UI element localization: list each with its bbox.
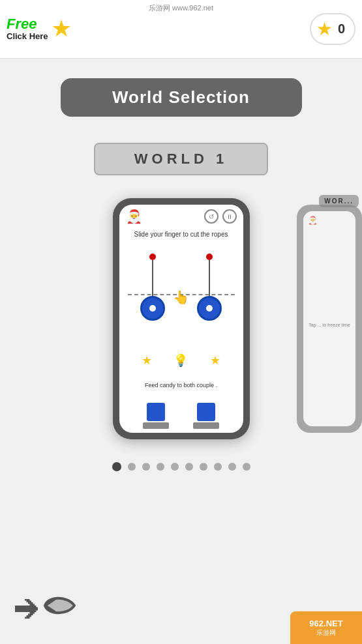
pagination-dot-4[interactable] (171, 463, 179, 471)
left-candy-block (147, 403, 165, 421)
world-label-text: WORLD 1 (134, 151, 228, 167)
right-platform (193, 403, 219, 429)
game-instruction-text: Slide your finger to cut the ropes (134, 231, 228, 238)
left-platform (143, 403, 169, 429)
phone-pause-btn[interactable]: ⏸ (222, 209, 237, 224)
world-label-box: WORLD 1 (94, 143, 268, 175)
phone-mockup-world1[interactable]: 🎅 ↺ ⏸ Slide your finger to cut the ropes (113, 198, 250, 439)
back-button[interactable]: 🡰 (13, 593, 81, 624)
star-counter: ★ 0 (310, 13, 355, 45)
left-platform-base (143, 422, 169, 429)
back-arrow-icon: 🡰 (13, 595, 39, 624)
game-star-right: ★ (210, 353, 220, 368)
left-rope (140, 254, 165, 321)
phone-character-icon: 🎅 (126, 209, 142, 224)
pagination-dot-5[interactable] (185, 463, 193, 471)
right-rope-line (209, 260, 210, 296)
carousel-area: 🎅 ↺ ⏸ Slide your finger to cut the ropes (0, 188, 362, 449)
game-area: Slide your finger to cut the ropes (119, 228, 243, 433)
game-star-left: ★ (142, 353, 152, 368)
phone-screen: 🎅 ↺ ⏸ Slide your finger to cut the ropes (119, 205, 243, 433)
left-rope-dot (149, 254, 156, 260)
partial-instruction-text: Tap ... to freeze time (309, 323, 350, 327)
star-count-value: 0 (338, 22, 345, 37)
free-star-icon: ★ (51, 17, 72, 40)
pagination-dot-8[interactable] (228, 463, 236, 471)
pagination-dots (112, 462, 250, 471)
back-arrow-svg (42, 593, 81, 619)
click-here-label: Click Here (7, 32, 48, 41)
world-selection-title-box: World Selection (61, 78, 302, 117)
ropes-area: 👆 (125, 254, 238, 338)
phone-mockup-partial: 🎅 Tap ... to freeze time (297, 205, 362, 433)
partial-phone-content: Tap ... to freeze time (307, 226, 352, 423)
lightbulb-icon: 💡 (173, 353, 188, 368)
left-rope-line (152, 260, 153, 296)
watermark-line2: 乐游网 (316, 628, 336, 637)
phone-screen-partial: 🎅 Tap ... to freeze time (303, 211, 355, 426)
phone-top-bar: 🎅 ↺ ⏸ (119, 205, 243, 228)
pagination-dot-2[interactable] (142, 463, 150, 471)
right-gear (197, 296, 222, 321)
finger-cursor-icon: 👆 (173, 289, 189, 305)
right-rope-dot (206, 254, 213, 260)
pagination-dot-6[interactable] (200, 463, 207, 471)
top-bar: 乐游网 www.962.net Free Click Here ★ ★ 0 (0, 0, 362, 59)
platforms-area (125, 403, 238, 429)
free-text-block: Free Click Here (7, 16, 48, 41)
right-platform-base (193, 422, 219, 429)
star-counter-icon: ★ (316, 18, 333, 40)
world-selection-text: World Selection (112, 87, 250, 108)
watermark-line1: 962.NET (309, 619, 342, 628)
partial-character-icon: 🎅 (308, 216, 318, 225)
free-button[interactable]: Free Click Here ★ (7, 16, 72, 41)
pagination-dot-3[interactable] (157, 463, 164, 471)
site-logo: 乐游网 www.962.net (149, 3, 213, 13)
pagination-dot-9[interactable] (243, 463, 250, 471)
left-gear (140, 296, 165, 321)
phone-refresh-btn[interactable]: ↺ (204, 209, 219, 224)
pagination-dot-0[interactable] (112, 462, 121, 471)
pagination-dot-1[interactable] (128, 463, 136, 471)
partial-phone-top: 🎅 (307, 214, 352, 226)
pagination-dot-7[interactable] (214, 463, 222, 471)
right-rope (197, 254, 222, 321)
right-candy-block (197, 403, 215, 421)
stars-row: ★ 💡 ★ (125, 353, 238, 368)
free-label: Free (7, 16, 48, 32)
phone-controls: ↺ ⏸ (204, 209, 237, 224)
main-content: World Selection WORLD 1 🎅 ↺ ⏸ Slide your… (0, 59, 362, 644)
feed-candy-text: Feed candy to both couple . (145, 382, 217, 388)
bottom-watermark: 962.NET 乐游网 (290, 611, 362, 644)
